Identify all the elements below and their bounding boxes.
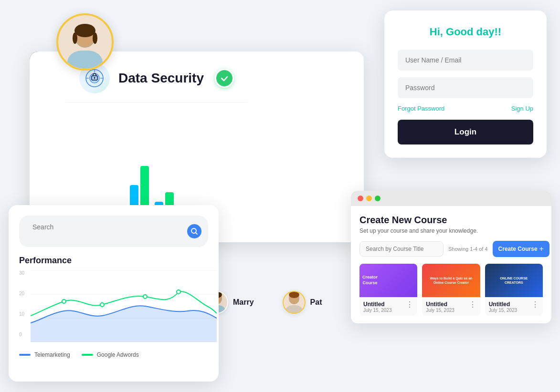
svg-point-23 (143, 295, 147, 299)
data-security-title: Data Security (118, 71, 204, 86)
legend-label-telemarketing: Telemarketing (34, 351, 70, 358)
course-name-3: Untitled (489, 301, 518, 308)
legend-adwords: Google Adwords (82, 351, 139, 358)
course-thumb-3: ONLINE COURSECREATORS (485, 264, 543, 297)
course-item-1: CreatorCourse Untitled July 15, 2023 ⋮ (359, 264, 417, 316)
login-greeting: Hi, Good day!! (398, 26, 533, 38)
course-info-3: Untitled July 15, 2023 ⋮ (485, 297, 543, 316)
titlebar-dot-green (375, 196, 380, 201)
course-dots-2[interactable]: ⋮ (469, 301, 476, 309)
course-search-input[interactable] (359, 241, 444, 257)
course-thumb-1: CreatorCourse (359, 264, 417, 297)
search-input[interactable] (26, 219, 183, 235)
course-thumb-2: Ways to Build a Quiz as anOnline Course … (422, 264, 480, 297)
y-label-10: 10 (19, 311, 24, 317)
user-item-pat: Pat (283, 291, 322, 314)
course-dots-1[interactable]: ⋮ (406, 301, 413, 309)
course-info-2: Untitled July 15, 2023 ⋮ (422, 297, 480, 316)
course-name-2: Untitled (426, 301, 454, 308)
users-row: Marry Pat (205, 291, 322, 314)
password-input[interactable] (398, 77, 533, 98)
svg-point-21 (62, 299, 66, 303)
performance-card: Performance 30 20 10 0 (9, 205, 219, 382)
username-input[interactable] (398, 50, 533, 71)
titlebar-dot-red (358, 196, 363, 201)
course-card-body: Create New Course Set up your course and… (351, 206, 551, 323)
line-chart: 30 20 10 0 (19, 270, 208, 347)
check-badge (215, 69, 234, 88)
legend-dot-telemarketing (19, 354, 31, 356)
svg-point-24 (177, 290, 180, 294)
course-item-2: Ways to Build a Quiz as anOnline Course … (422, 264, 480, 316)
legend-label-adwords: Google Adwords (97, 351, 139, 358)
user-name-marry: Marry (233, 298, 254, 307)
course-info-1: Untitled July 15, 2023 ⋮ (359, 297, 417, 316)
create-course-button[interactable]: Create Course + (493, 241, 549, 257)
avatar (56, 13, 114, 71)
course-card: Create New Course Set up your course and… (351, 191, 551, 323)
course-date-3: July 15, 2023 (489, 308, 518, 313)
course-date-2: July 15, 2023 (426, 308, 454, 313)
svg-line-16 (196, 233, 197, 234)
svg-rect-32 (285, 305, 303, 313)
course-card-subtitle: Set up your course and share your knowle… (359, 227, 543, 234)
svg-point-22 (100, 303, 104, 307)
legend-dot-adwords (82, 354, 93, 356)
svg-point-4 (73, 32, 77, 44)
signup-link[interactable]: Sign Up (511, 105, 533, 112)
titlebar-dot-yellow (366, 196, 372, 201)
svg-point-31 (289, 291, 299, 298)
course-grid: CreatorCourse Untitled July 15, 2023 ⋮ W… (359, 264, 543, 316)
user-name-pat: Pat (310, 298, 322, 307)
y-label-0: 0 (19, 332, 24, 337)
course-card-titlebar (351, 191, 551, 206)
line-chart-svg (31, 270, 217, 342)
performance-title: Performance (19, 256, 208, 266)
course-toolbar: Showing 1-4 of 4 Create Course + (359, 241, 543, 257)
search-row (19, 216, 208, 247)
forgot-password-link[interactable]: Forgot Password (398, 105, 444, 112)
showing-text: Showing 1-4 of 4 (448, 246, 488, 252)
login-card: Hi, Good day!! Forgot Password Sign Up L… (384, 10, 547, 158)
y-label-30: 30 (19, 270, 24, 276)
login-button[interactable]: Login (398, 120, 533, 144)
course-item-3: ONLINE COURSECREATORS Untitled July 15, … (485, 264, 543, 316)
course-date-1: July 15, 2023 (363, 308, 392, 313)
y-label-20: 20 (19, 291, 24, 296)
svg-point-3 (74, 24, 95, 37)
legend-telemarketing: Telemarketing (19, 351, 70, 358)
svg-rect-1 (67, 51, 103, 69)
course-dots-3[interactable]: ⋮ (531, 301, 539, 309)
course-name-1: Untitled (363, 301, 392, 308)
search-button[interactable] (187, 224, 201, 238)
svg-point-10 (94, 77, 95, 79)
legend-row: Telemarketing Google Adwords (19, 351, 208, 358)
course-card-title: Create New Course (359, 215, 543, 226)
svg-point-5 (93, 32, 97, 44)
user-avatar-pat (283, 291, 306, 314)
login-links: Forgot Password Sign Up (398, 105, 533, 112)
